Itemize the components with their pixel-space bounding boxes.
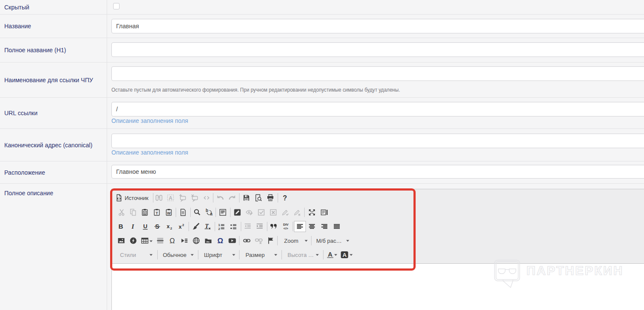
svg-text:ПАРТНЕРКИН: ПАРТНЕРКИН (527, 264, 624, 277)
